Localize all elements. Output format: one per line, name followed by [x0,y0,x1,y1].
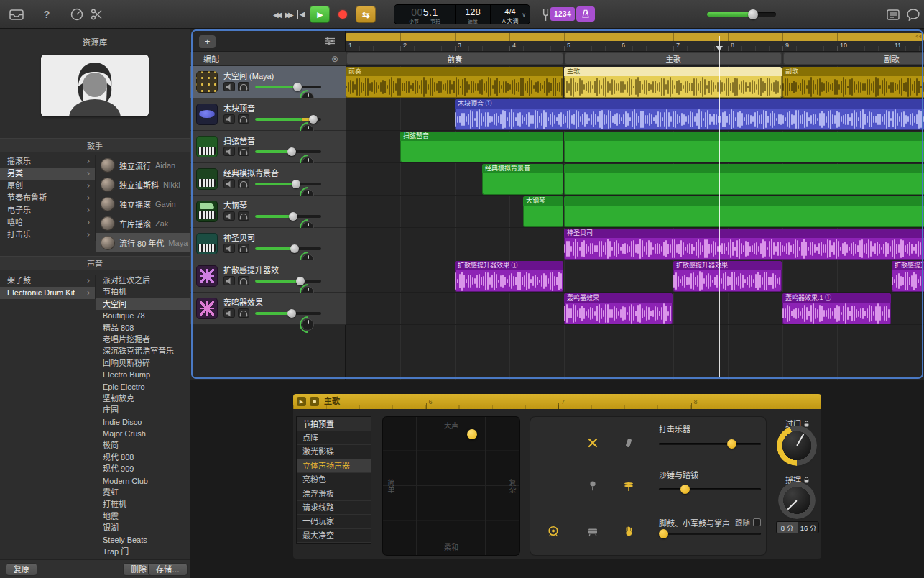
percussion-slider[interactable] [659,443,761,445]
slider-thumb[interactable] [659,529,668,538]
add-track-button[interactable] [199,35,216,48]
slider-thumb[interactable] [680,485,690,494]
revert-button[interactable]: 复原 [6,563,37,576]
sound-preset-item[interactable]: 地震 [96,510,190,522]
sound-preset-item[interactable]: 深沉铁克诺浩室音乐 [96,345,190,357]
kick-snare-clap-slider[interactable] [659,533,761,535]
volume-thumb[interactable] [296,277,305,285]
region[interactable] [564,132,924,162]
monitor-button[interactable] [238,147,249,156]
region-play-icon[interactable] [297,397,306,406]
sound-preset-item[interactable]: 精品 808 [96,322,190,334]
slider-thumb[interactable] [727,439,736,449]
genre-item[interactable]: 原创 [0,180,95,192]
track-volume-slider[interactable] [255,247,321,250]
region[interactable]: 神圣贝司 [564,229,924,260]
beat-preset-item[interactable]: 漂浮滑板 [297,487,371,501]
track-header[interactable]: 扩散感提升器效 [190,260,346,293]
monitor-button[interactable] [238,308,249,318]
playhead[interactable] [719,36,720,377]
sound-preset-item[interactable]: 派对狂欢之后 [96,275,190,286]
region[interactable]: 木块顶音 ① [455,99,924,130]
note-division-button[interactable]: 8 分 [776,521,798,533]
snare-drum-icon[interactable] [581,519,605,543]
region[interactable] [564,196,924,227]
hihat-icon[interactable] [616,474,641,498]
track-volume-slider[interactable] [255,150,321,153]
forward-button[interactable] [285,6,291,23]
sound-preset-item[interactable]: Electro Bump [96,369,190,380]
sound-preset-item[interactable]: Epic Electro [96,381,190,393]
beat-preset-item[interactable]: 激光影碟 [297,445,371,459]
mute-button[interactable] [223,276,235,285]
sound-preset-item[interactable]: Modern Club [96,475,190,487]
mute-button[interactable] [223,147,235,156]
kit-item[interactable]: Electronic Drum Kit [0,287,95,299]
track-header[interactable]: 扫弦琶音 [190,131,346,163]
play-button[interactable] [310,6,330,23]
beat-ruler[interactable]: 1234567891011 44 [346,32,924,52]
shaker-hihat-slider[interactable] [659,488,761,490]
monitor-button[interactable] [238,276,249,285]
mute-button[interactable] [223,308,235,318]
genre-item[interactable]: 电子乐 [0,204,95,216]
volume-thumb[interactable] [290,244,299,253]
genre-item[interactable]: 节奏布鲁斯 [0,192,95,204]
mute-button[interactable] [223,179,235,188]
volume-thumb[interactable] [289,212,297,221]
beat-preset-item[interactable]: 最大净空 [297,529,371,543]
genre-item[interactable]: 嘻哈 [0,216,95,229]
sound-preset-item[interactable]: Trap 门 [96,546,190,557]
sound-preset-item[interactable]: Indie Disco [96,416,190,428]
beat-preset-item[interactable]: 亮粉色 [297,473,371,487]
region[interactable]: 扫弦琶音 [400,132,563,162]
mute-button[interactable] [223,114,235,124]
master-volume-slider[interactable] [707,12,776,17]
quick-help-icon[interactable] [39,7,55,22]
mute-button[interactable] [223,244,235,253]
editor-scissors-icon[interactable] [89,7,105,22]
media-browser-icon[interactable] [9,7,24,22]
metronome-button[interactable] [576,6,595,22]
mute-button[interactable] [223,82,235,91]
drummer-item[interactable]: 独立摇滚 Gavin [96,194,190,214]
drummer-item[interactable]: 车库摇滚 Zak [96,214,190,233]
lcd-position-section[interactable]: 005.1 小节节拍 [394,5,455,24]
cycle-region[interactable] [346,33,924,41]
smart-controls-icon[interactable] [69,7,85,22]
track-volume-slider[interactable] [255,183,321,185]
region[interactable]: 扩散感提升器效果 [673,261,782,292]
track-volume-slider[interactable] [255,280,321,283]
region[interactable]: 扩散感提升器 [892,261,924,292]
notes-icon[interactable] [905,7,921,22]
volume-thumb[interactable] [292,180,300,188]
monitor-button[interactable] [238,82,249,91]
arrangement-marker[interactable]: 主歌 [565,52,782,65]
track-header-options-icon[interactable] [324,37,336,47]
track-volume-slider[interactable] [255,86,321,88]
volume-thumb[interactable] [287,147,296,156]
sound-preset-item[interactable]: 回响贝斯粉碎 [96,357,190,369]
beat-preset-item[interactable]: 点阵 [297,431,371,445]
region[interactable]: 轰鸣器效果 [564,293,673,324]
beat-preset-item[interactable]: 请求线路 [297,501,371,515]
count-in-button[interactable]: 1234 [550,7,575,21]
track-header[interactable]: 大钢琴 [190,196,346,228]
sound-preset-item[interactable]: 极简 [96,439,190,451]
region[interactable]: 经典模拟背景音 [482,164,563,195]
track-volume-slider[interactable] [255,215,321,218]
volume-thumb[interactable] [287,309,296,318]
percussion-sticks-icon[interactable] [581,431,605,455]
sound-preset-item[interactable]: 现代 909 [96,463,190,474]
sound-preset-item[interactable]: 节拍机 [96,286,190,298]
drummer-item[interactable]: 独立流行 Aidan [96,155,190,175]
follow-control[interactable]: 跟随 [735,517,761,528]
sound-preset-item[interactable]: 打桩机 [96,498,190,510]
arrangement-marker[interactable]: 前奏 [346,52,563,65]
maraca-icon[interactable] [581,474,605,498]
arrangement-track-header[interactable]: 编配 [190,52,346,66]
track-header[interactable]: 大空间 (Maya) [190,66,346,98]
sound-preset-item[interactable]: 庄园 [96,404,190,416]
region[interactable]: 前奏 [346,67,563,98]
genre-item[interactable]: 打击乐 [0,229,95,241]
